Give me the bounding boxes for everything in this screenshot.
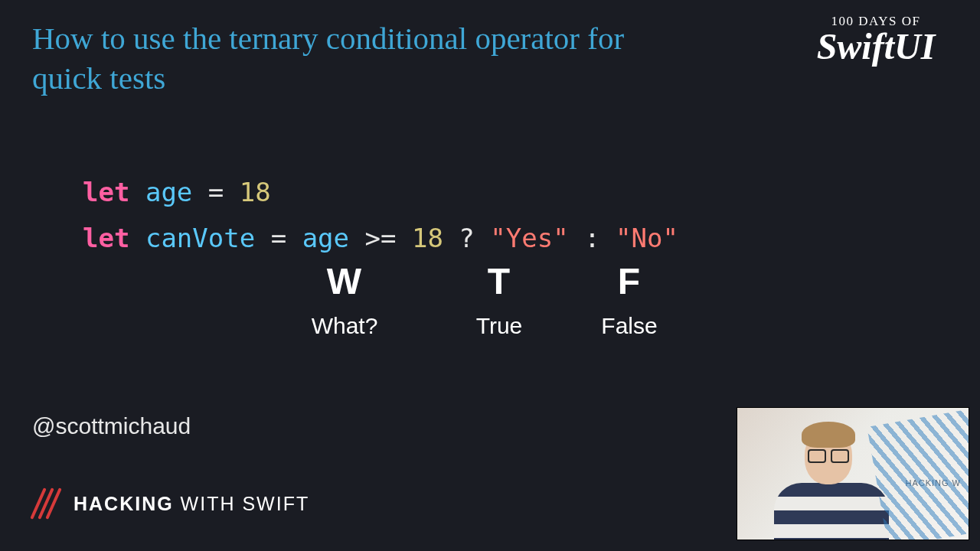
footer-brand: HACKING WITH SWIFT — [32, 488, 309, 519]
label-true: True — [446, 313, 553, 339]
number-18: 18 — [412, 223, 443, 253]
number-18: 18 — [240, 177, 271, 207]
footer-thin: WITH SWIFT — [174, 493, 310, 514]
letter-w: W — [291, 260, 398, 302]
mnemonic-true: T True — [446, 260, 553, 339]
keyword-let: let — [83, 177, 129, 207]
ternary-question: ? — [443, 223, 490, 253]
letter-f: F — [576, 260, 683, 302]
keyword-let: let — [83, 223, 129, 253]
slash-icon — [32, 488, 63, 519]
label-false: False — [576, 313, 683, 339]
string-no: "No" — [616, 223, 678, 253]
footer-bold: HACKING — [74, 493, 174, 514]
identifier-age: age — [145, 177, 192, 207]
ternary-colon: : — [569, 223, 616, 253]
footer-text: HACKING WITH SWIFT — [74, 493, 309, 515]
slide-title: How to use the ternary conditional opera… — [32, 18, 683, 99]
identifier-canvote: canVote — [145, 223, 255, 253]
mnemonic-what: W What? — [291, 260, 398, 339]
mnemonic-false: F False — [576, 260, 683, 339]
credit-handle: @scottmichaud — [32, 413, 191, 439]
code-block: let age = 18 let canVote = age >= 18 ? "… — [83, 170, 678, 261]
string-yes: "Yes" — [490, 223, 568, 253]
webcam-bg-text: HACKING W — [905, 478, 961, 487]
letter-t: T — [446, 260, 553, 302]
presenter-webcam: HACKING W — [737, 407, 969, 540]
badge-line2: SwiftUI — [799, 29, 952, 64]
operator-gte: >= — [349, 223, 412, 253]
equals: = — [192, 177, 239, 207]
course-badge: 100 DAYS OF SwiftUI — [799, 14, 952, 64]
presenter-figure — [768, 417, 890, 540]
equals: = — [255, 223, 302, 253]
identifier-age: age — [302, 223, 349, 253]
label-what: What? — [291, 313, 398, 339]
